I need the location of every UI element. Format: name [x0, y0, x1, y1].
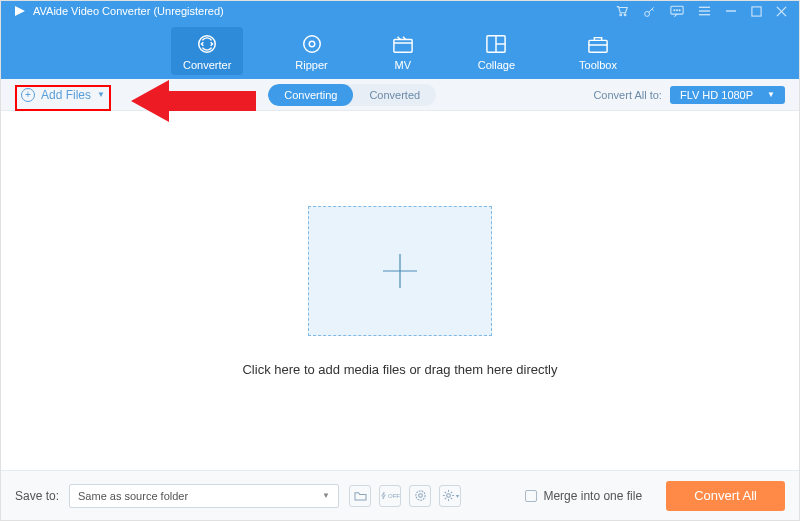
collage-icon [485, 33, 507, 55]
save-to-label: Save to: [15, 489, 59, 503]
nav-mv[interactable]: MV [380, 27, 426, 75]
menu-icon[interactable] [698, 5, 711, 17]
tab-converting[interactable]: Converting [268, 84, 353, 106]
minimize-icon[interactable] [725, 5, 737, 17]
nav-label: Collage [478, 59, 515, 71]
chevron-down-icon: ▼ [767, 90, 775, 99]
format-value: FLV HD 1080P [680, 89, 753, 101]
svg-marker-0 [15, 6, 25, 16]
toolbox-icon [587, 33, 609, 55]
sub-bar: + Add Files ▼ Converting Converted Conve… [1, 79, 799, 111]
converter-icon [196, 33, 218, 55]
app-title: AVAide Video Converter (Unregistered) [33, 5, 224, 17]
merge-label: Merge into one file [543, 489, 642, 503]
settings-icon[interactable]: ▾ [439, 485, 461, 507]
save-to-value: Same as source folder [78, 490, 188, 502]
hw-accel-icon[interactable]: OFF [379, 485, 401, 507]
main-content: Click here to add media files or drag th… [1, 111, 799, 471]
plus-circle-icon: + [21, 88, 35, 102]
add-files-button[interactable]: + Add Files ▼ [15, 85, 111, 105]
svg-point-7 [679, 9, 680, 10]
high-speed-icon[interactable] [409, 485, 431, 507]
nav-label: Toolbox [579, 59, 617, 71]
key-icon[interactable] [643, 5, 656, 18]
nav-converter[interactable]: Converter [171, 27, 243, 75]
nav-label: Ripper [295, 59, 327, 71]
ripper-icon [301, 33, 323, 55]
open-folder-icon[interactable] [349, 485, 371, 507]
logo-icon [13, 4, 27, 18]
save-to-dropdown[interactable]: Same as source folder ▼ [69, 484, 339, 508]
checkbox-icon [525, 490, 537, 502]
nav-label: MV [394, 59, 411, 71]
svg-point-17 [309, 41, 315, 47]
chevron-down-icon: ▼ [97, 90, 105, 99]
conversion-tabs: Converting Converted [268, 84, 436, 106]
nav-ripper[interactable]: Ripper [283, 27, 339, 75]
close-icon[interactable] [776, 6, 787, 17]
convert-all-label: Convert All to: [593, 89, 661, 101]
convert-all-button[interactable]: Convert All [666, 481, 785, 511]
svg-point-28 [446, 494, 450, 498]
convert-all-format: Convert All to: FLV HD 1080P ▼ [593, 86, 785, 104]
svg-point-6 [676, 9, 677, 10]
merge-checkbox[interactable]: Merge into one file [525, 489, 642, 503]
maximize-icon[interactable] [751, 6, 762, 17]
cart-icon[interactable] [615, 4, 629, 18]
plus-icon [377, 248, 423, 294]
title-bar: AVAide Video Converter (Unregistered) [1, 1, 799, 21]
drop-instruction: Click here to add media files or drag th… [242, 362, 557, 377]
svg-point-1 [620, 14, 622, 16]
window-controls [615, 4, 787, 18]
bottom-bar: Save to: Same as source folder ▼ OFF ▾ M… [1, 470, 799, 520]
svg-point-26 [415, 491, 424, 500]
app-logo: AVAide Video Converter (Unregistered) [13, 4, 224, 18]
svg-point-16 [303, 36, 320, 53]
bottom-tool-icons: OFF ▾ [349, 485, 461, 507]
add-files-label: Add Files [41, 88, 91, 102]
nav-toolbox[interactable]: Toolbox [567, 27, 629, 75]
chevron-down-icon: ▼ [322, 491, 330, 500]
drop-zone[interactable] [308, 206, 492, 336]
svg-rect-18 [394, 39, 412, 52]
svg-point-27 [418, 494, 422, 498]
nav-label: Converter [183, 59, 231, 71]
format-dropdown[interactable]: FLV HD 1080P ▼ [670, 86, 785, 104]
main-nav: Converter Ripper MV Collage Toolbox [1, 21, 799, 79]
svg-point-2 [624, 14, 626, 16]
feedback-icon[interactable] [670, 5, 684, 18]
nav-collage[interactable]: Collage [466, 27, 527, 75]
svg-point-5 [674, 9, 675, 10]
svg-rect-22 [589, 40, 607, 52]
mv-icon [392, 33, 414, 55]
svg-rect-12 [752, 6, 761, 15]
tab-converted[interactable]: Converted [353, 84, 436, 106]
